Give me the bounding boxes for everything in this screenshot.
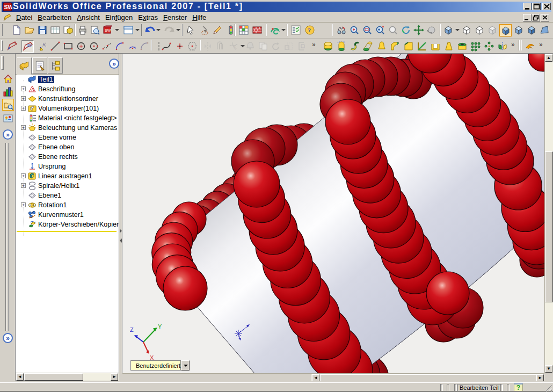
svg-text:SW: SW (4, 4, 12, 10)
svg-text:Z: Z (130, 326, 134, 333)
svg-text:Y: Y (158, 323, 162, 330)
svg-text:SW: SW (105, 28, 111, 32)
svg-text:3D: 3D (27, 43, 32, 47)
svg-text:?: ? (308, 27, 311, 33)
svg-text:A: A (31, 87, 34, 92)
